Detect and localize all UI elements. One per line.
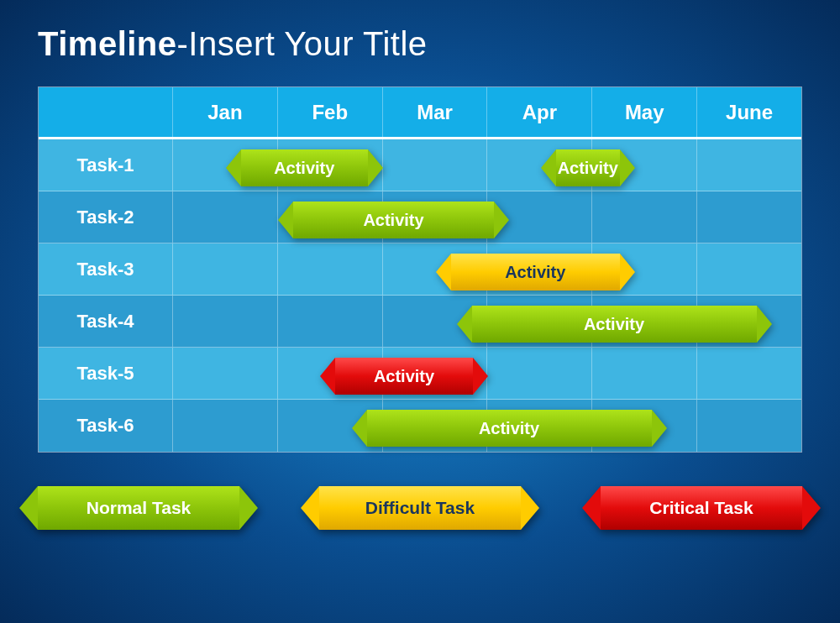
legend: Normal Task Difficult Task Critical Task: [38, 486, 802, 530]
legend-critical-label: Critical Task: [649, 498, 753, 518]
gantt-bar-normal: Activity: [472, 306, 757, 343]
legend-difficult-label: Difficult Task: [365, 498, 475, 518]
legend-critical: Critical Task: [601, 486, 802, 530]
gantt-bar-label: Activity: [505, 263, 565, 282]
task-label: Task-1: [39, 139, 173, 191]
task-label: Task-5: [39, 348, 173, 399]
month-header-row: Jan Feb Mar Apr May June: [39, 87, 801, 139]
gantt-bar-label: Activity: [584, 315, 644, 334]
gantt-bar-normal: Activity: [556, 149, 621, 186]
gantt-bar-normal: Activity: [241, 149, 369, 186]
bars-layer: ActivityActivityActivityActivityActivity…: [173, 142, 801, 452]
gantt-chart: Jan Feb Mar Apr May June Task-1 Task-2 T…: [38, 86, 802, 453]
legend-normal: Normal Task: [38, 486, 239, 530]
legend-difficult: Difficult Task: [319, 486, 521, 530]
legend-normal-label: Normal Task: [87, 498, 192, 518]
month-june: June: [697, 87, 801, 137]
title-bold: Timeline: [38, 25, 177, 62]
gantt-bar-critical: Activity: [335, 358, 473, 395]
task-label: Task-4: [39, 296, 173, 347]
gantt-bar-normal: Activity: [293, 202, 494, 238]
page-title: Timeline-Insert Your Title: [38, 25, 802, 63]
header-corner: [39, 87, 173, 137]
gantt-bar-label: Activity: [363, 211, 423, 230]
gantt-bar-label: Activity: [479, 419, 539, 438]
gantt-bar-label: Activity: [374, 367, 434, 386]
month-jan: Jan: [173, 87, 278, 137]
month-may: May: [592, 87, 697, 137]
title-rest: -Insert Your Title: [177, 25, 428, 62]
task-label: Task-3: [39, 243, 173, 295]
gantt-bar-label: Activity: [274, 159, 334, 178]
task-label: Task-2: [39, 191, 173, 243]
gantt-bar-difficult: Activity: [451, 254, 621, 291]
month-mar: Mar: [383, 87, 488, 137]
month-apr: Apr: [487, 87, 592, 137]
gantt-bar-normal: Activity: [367, 410, 652, 447]
month-feb: Feb: [278, 87, 383, 137]
gantt-bar-label: Activity: [558, 159, 618, 178]
task-label: Task-6: [39, 400, 173, 452]
